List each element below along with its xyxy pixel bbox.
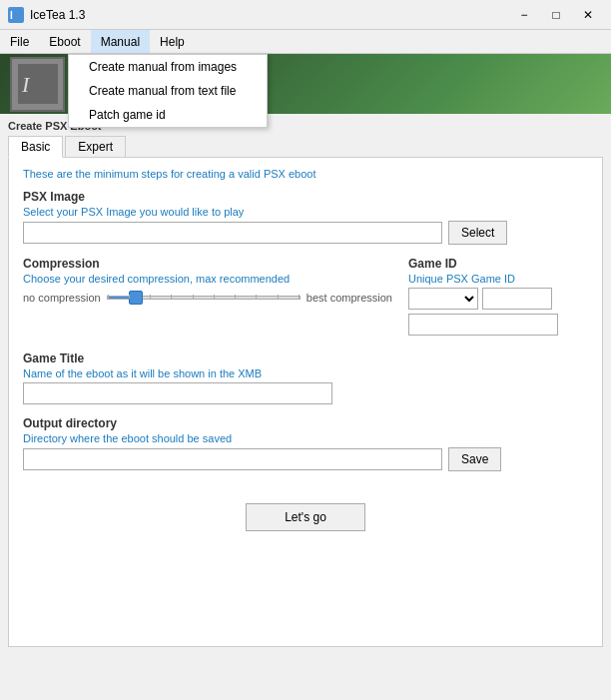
banner-logo: I — [10, 57, 65, 112]
tick-7 — [235, 295, 236, 299]
game-id-full-input[interactable] — [408, 314, 558, 336]
psx-image-row: Select — [23, 221, 588, 245]
game-title-sublabel: Name of the eboot as it will be shown in… — [23, 367, 588, 379]
menu-file[interactable]: File — [0, 30, 39, 53]
no-compression-label: no compression — [23, 292, 101, 304]
game-title-group: Game Title Name of the eboot as it will … — [23, 351, 588, 404]
menu-help[interactable]: Help — [150, 30, 195, 53]
tab-expert[interactable]: Expert — [65, 136, 126, 157]
lets-go-area: Let's go — [23, 483, 588, 541]
tick-3 — [150, 295, 151, 299]
menu-bar: File Eboot Manual Help Create manual fro… — [0, 30, 611, 54]
psx-image-group: PSX Image Select your PSX Image you woul… — [23, 190, 588, 245]
compression-group: Compression Choose your desired compress… — [23, 257, 392, 340]
tick-4 — [171, 295, 172, 299]
compression-label: Compression — [23, 257, 392, 271]
output-dir-sublabel: Directory where the eboot should be save… — [23, 432, 588, 444]
output-directory-group: Output directory Directory where the ebo… — [23, 416, 588, 471]
game-id-prefix-select[interactable] — [408, 288, 478, 310]
game-id-full-row — [408, 314, 588, 336]
tab-bar: Basic Expert — [8, 136, 603, 158]
app-title: IceTea 1.3 — [30, 8, 85, 22]
game-title-input[interactable] — [23, 382, 332, 404]
minimize-button[interactable]: − — [509, 5, 539, 25]
game-id-number-input[interactable] — [482, 288, 552, 310]
title-bar: I IceTea 1.3 − □ ✕ — [0, 0, 611, 30]
game-id-group: Game ID Unique PSX Game ID — [408, 257, 588, 340]
compression-sublabel: Choose your desired compression, max rec… — [23, 273, 392, 285]
tick-9 — [278, 295, 279, 299]
dropdown-item-patch-game-id[interactable]: Patch game id — [69, 103, 267, 127]
psx-image-label: PSX Image — [23, 190, 588, 204]
compression-slider-ticks — [108, 295, 300, 299]
close-button[interactable]: ✕ — [573, 5, 603, 25]
output-dir-label: Output directory — [23, 416, 588, 430]
psx-image-input[interactable] — [23, 222, 442, 244]
tick-1 — [108, 295, 109, 299]
tick-6 — [214, 295, 215, 299]
maximize-button[interactable]: □ — [541, 5, 571, 25]
game-title-label: Game Title — [23, 351, 588, 365]
form-description: These are the minimum steps for creating… — [23, 168, 588, 180]
svg-text:I: I — [10, 10, 13, 21]
lets-go-button[interactable]: Let's go — [246, 503, 365, 531]
save-button[interactable]: Save — [448, 447, 501, 471]
tick-8 — [256, 295, 257, 299]
manual-dropdown: Create manual from images Create manual … — [68, 54, 268, 128]
game-id-sublabel: Unique PSX Game ID — [408, 273, 588, 285]
output-dir-input[interactable] — [23, 448, 442, 470]
app-icon: I — [8, 7, 24, 23]
tick-2 — [129, 295, 130, 299]
content-area: Create PSX Eboot Basic Expert These are … — [0, 114, 611, 653]
tick-10 — [299, 295, 300, 299]
psx-image-sublabel: Select your PSX Image you would like to … — [23, 206, 588, 218]
compression-slider-track — [107, 296, 301, 300]
compression-slider-container — [107, 288, 301, 308]
compression-gameid-row: Compression Choose your desired compress… — [23, 257, 588, 340]
menu-manual[interactable]: Manual — [91, 30, 150, 53]
dropdown-item-create-from-images[interactable]: Create manual from images — [69, 55, 267, 79]
form-panel: These are the minimum steps for creating… — [8, 158, 603, 647]
game-id-label: Game ID — [408, 257, 588, 271]
select-button[interactable]: Select — [448, 221, 507, 245]
dropdown-item-create-from-text[interactable]: Create manual from text file — [69, 79, 267, 103]
tick-5 — [193, 295, 194, 299]
game-id-row — [408, 288, 588, 310]
output-dir-row: Save — [23, 447, 588, 471]
tab-basic[interactable]: Basic — [8, 136, 63, 158]
menu-eboot[interactable]: Eboot — [39, 30, 90, 53]
compression-control-row: no compression — [23, 288, 392, 308]
window-controls: − □ ✕ — [509, 5, 603, 25]
best-compression-label: best compression — [306, 292, 392, 304]
